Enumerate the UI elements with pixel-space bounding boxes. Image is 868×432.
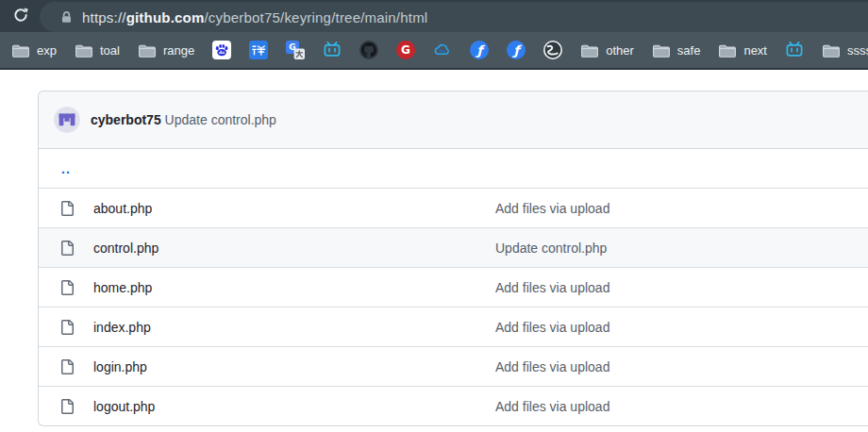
- commit-author-link[interactable]: cyberbot75: [91, 112, 161, 127]
- url-domain: github.com: [126, 9, 205, 25]
- reload-button[interactable]: [8, 3, 34, 29]
- bookmark-site[interactable]: G: [396, 41, 415, 59]
- blue-f-icon: ƒ: [507, 41, 526, 59]
- bilibili-icon: [785, 41, 804, 59]
- bookmark-label: safe: [677, 43, 701, 58]
- bookmark-folder-range[interactable]: range: [138, 41, 194, 59]
- bookmark-label: ssss: [847, 43, 868, 58]
- file-name-link[interactable]: about.php: [93, 201, 495, 216]
- file-row: index.php Add files via upload: [39, 307, 868, 346]
- folder-icon: [718, 41, 737, 59]
- browser-toolbar: https://github.com/cyberbot75/keyring/tr…: [0, 0, 868, 32]
- baidu-icon: du: [212, 41, 231, 59]
- parent-directory-row: ..: [39, 149, 868, 188]
- folder-icon: [822, 41, 841, 59]
- url-path: /cyberbot75/keyring/tree/main/html: [204, 9, 427, 25]
- folder-icon: [580, 41, 599, 59]
- file-row: logout.php Add files via upload: [39, 386, 868, 425]
- file-icon: [59, 320, 93, 335]
- bookmark-site[interactable]: [323, 41, 342, 59]
- cloud-icon: [433, 41, 452, 59]
- file-name-link[interactable]: login.php: [93, 359, 495, 374]
- bookmark-site[interactable]: du: [212, 41, 231, 59]
- commit-line: cyberbot75 Update control.php: [91, 112, 276, 127]
- globe-icon: [543, 41, 562, 59]
- avatar[interactable]: [54, 107, 80, 133]
- lock-icon: [60, 10, 73, 25]
- latest-commit-header: cyberbot75 Update control.php: [39, 91, 868, 149]
- bookmark-label: toal: [100, 43, 120, 58]
- folder-icon: [75, 41, 93, 59]
- bookmark-site[interactable]: ƒ: [507, 41, 526, 59]
- bookmark-folder-other[interactable]: other: [580, 41, 634, 59]
- file-row: login.php Add files via upload: [39, 346, 868, 386]
- bookmark-site[interactable]: G: [286, 41, 305, 59]
- github-icon: [359, 41, 378, 59]
- folder-icon: [652, 41, 671, 59]
- bookmarks-bar: exp toal range du G G ƒ ƒ: [0, 32, 868, 70]
- file-name-link[interactable]: index.php: [93, 320, 495, 335]
- file-name-link[interactable]: home.php: [93, 280, 495, 295]
- file-icon: [59, 359, 93, 374]
- bookmark-label: range: [163, 43, 194, 58]
- bookmark-folder-toal[interactable]: toal: [75, 41, 120, 59]
- bookmark-site[interactable]: [249, 41, 268, 59]
- bookmark-site[interactable]: ƒ: [470, 41, 489, 59]
- commit-message-header-link[interactable]: Update control.php: [165, 112, 276, 127]
- bookmark-label: next: [743, 43, 767, 58]
- url-scheme: https://: [82, 9, 126, 25]
- bookmark-site[interactable]: [785, 41, 804, 59]
- svg-text:G: G: [401, 43, 410, 57]
- file-name-link[interactable]: logout.php: [93, 399, 495, 414]
- folder-icon: [138, 41, 157, 59]
- bookmark-site[interactable]: [359, 41, 378, 59]
- translate-icon: [249, 41, 268, 59]
- file-commit-message-link[interactable]: Add files via upload: [495, 280, 868, 295]
- url-bar[interactable]: https://github.com/cyberbot75/keyring/tr…: [40, 2, 868, 32]
- bookmark-site[interactable]: [433, 41, 452, 59]
- file-icon: [59, 399, 93, 414]
- file-list: about.php Add files via upload control.p…: [39, 188, 868, 425]
- file-icon: [59, 201, 93, 216]
- reload-icon: [11, 6, 30, 27]
- repo-file-browser: cyberbot75 Update control.php .. about.p…: [38, 91, 868, 426]
- file-commit-message-link[interactable]: Update control.php: [495, 241, 868, 256]
- bookmark-folder-safe[interactable]: safe: [652, 41, 701, 59]
- svg-text:du: du: [219, 50, 225, 55]
- file-icon: [59, 241, 93, 256]
- file-commit-message-link[interactable]: Add files via upload: [495, 399, 868, 414]
- page-content: cyberbot75 Update control.php .. about.p…: [0, 70, 868, 430]
- blue-f-icon: ƒ: [470, 41, 489, 59]
- file-commit-message-link[interactable]: Add files via upload: [495, 320, 868, 335]
- url-text: https://github.com/cyberbot75/keyring/tr…: [82, 9, 427, 25]
- folder-icon: [11, 41, 30, 59]
- bookmark-site[interactable]: [543, 41, 562, 59]
- file-row: home.php Add files via upload: [39, 267, 868, 307]
- file-commit-message-link[interactable]: Add files via upload: [495, 201, 868, 216]
- file-row: about.php Add files via upload: [39, 188, 868, 227]
- parent-directory-link[interactable]: ..: [61, 161, 71, 176]
- gitee-icon: G: [396, 41, 415, 59]
- file-row: control.php Update control.php: [39, 227, 868, 267]
- bookmark-label: other: [606, 43, 634, 58]
- file-name-link[interactable]: control.php: [93, 241, 495, 256]
- bilibili-icon: [323, 41, 342, 59]
- bookmark-folder-exp[interactable]: exp: [11, 41, 57, 59]
- bookmark-folder-ssss[interactable]: ssss: [822, 41, 868, 59]
- bookmark-folder-next[interactable]: next: [718, 41, 767, 59]
- file-icon: [59, 280, 93, 295]
- file-commit-message-link[interactable]: Add files via upload: [495, 359, 868, 374]
- google-translate-icon: G: [286, 41, 305, 59]
- bookmark-label: exp: [37, 43, 57, 58]
